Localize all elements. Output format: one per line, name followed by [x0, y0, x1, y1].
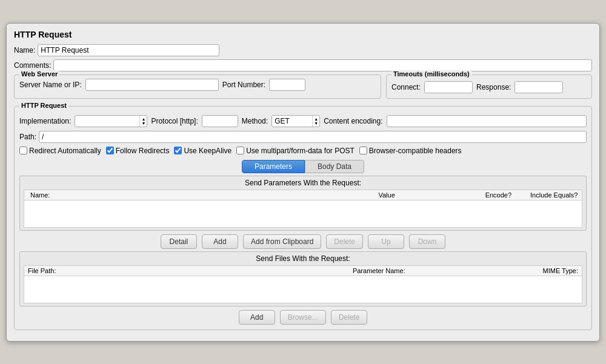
- follow-redirects-item: Follow Redirects: [106, 147, 170, 155]
- tab-body-data[interactable]: Body Data: [305, 160, 364, 173]
- table-row: [24, 200, 582, 227]
- follow-redirects-checkbox[interactable]: [106, 147, 114, 154]
- name-input[interactable]: [38, 44, 219, 56]
- redirect-auto-checkbox[interactable]: [19, 147, 27, 154]
- multipart-item: Use multipart/form-data for POST: [236, 147, 355, 155]
- main-window: HTTP Request Name: Comments: Web Server …: [6, 23, 600, 342]
- impl-label: Implementation:: [19, 117, 71, 125]
- impl-row: Implementation: ▲ ▼ Protocol [http]: Met…: [19, 115, 587, 127]
- browser-headers-label: Browser-compatible headers: [369, 147, 462, 155]
- window-title: HTTP Request: [14, 30, 592, 39]
- server-name-input[interactable]: [85, 79, 219, 91]
- path-input[interactable]: [39, 131, 587, 143]
- implementation-spinner[interactable]: ▲ ▼: [75, 115, 147, 127]
- method-label: Method:: [242, 117, 268, 125]
- web-server-group: Web Server Server Name or IP: Port Numbe…: [14, 74, 381, 99]
- col-include: Include Equals?: [526, 190, 582, 200]
- path-label: Path:: [19, 133, 36, 141]
- follow-redirects-label: Follow Redirects: [116, 147, 170, 155]
- tabs-row: Parameters Body Data: [19, 160, 587, 173]
- encoding-label: Content encoding:: [324, 117, 382, 125]
- col-value: Value: [303, 190, 470, 200]
- multipart-label: Use multipart/form-data for POST: [246, 147, 355, 155]
- web-server-row: Server Name or IP: Port Number:: [19, 79, 376, 91]
- protocol-label: Protocol [http]:: [151, 117, 198, 125]
- method-value: GET: [272, 117, 312, 125]
- browse-button[interactable]: Browse...: [280, 310, 326, 325]
- timeouts-title: Timeouts (milliseconds): [391, 70, 471, 78]
- name-label: Name:: [14, 46, 35, 55]
- path-row: Path:: [19, 131, 587, 143]
- files-section-title: Send Files With the Request:: [24, 254, 582, 263]
- keep-alive-label: Use KeepAlive: [184, 147, 231, 155]
- port-input[interactable]: [269, 79, 305, 91]
- detail-button[interactable]: Detail: [161, 234, 197, 249]
- method-spinner[interactable]: GET ▲ ▼: [271, 115, 320, 127]
- port-label: Port Number:: [222, 81, 265, 89]
- params-table: Name: Value Encode? Include Equals?: [24, 190, 582, 228]
- params-section-title: Send Parameters With the Request:: [24, 179, 582, 187]
- col-file-path: File Path:: [24, 265, 168, 276]
- col-encode: Encode?: [470, 190, 526, 200]
- keep-alive-item: Use KeepAlive: [174, 147, 231, 155]
- comments-row: Comments:: [14, 59, 592, 71]
- keep-alive-checkbox[interactable]: [174, 147, 182, 154]
- redirect-auto-label: Redirect Automatically: [29, 147, 101, 155]
- timeouts-row: Connect: Response:: [391, 81, 587, 93]
- impl-spinner-arrows[interactable]: ▲ ▼: [139, 116, 147, 127]
- up-button[interactable]: Up: [368, 234, 404, 249]
- file-action-buttons: Add Browse... Delete: [19, 310, 587, 325]
- parameters-section: Send Parameters With the Request: Name: …: [19, 176, 587, 231]
- web-server-title: Web Server: [19, 70, 59, 78]
- browser-headers-checkbox[interactable]: [359, 147, 367, 154]
- checkbox-row: Redirect Automatically Follow Redirects …: [19, 147, 587, 155]
- browser-headers-item: Browser-compatible headers: [359, 147, 462, 155]
- method-spinner-arrows[interactable]: ▲ ▼: [312, 116, 319, 127]
- files-table: File Path: Parameter Name: MIME Type:: [24, 265, 582, 303]
- name-row: Name:: [14, 44, 592, 56]
- col-param-name: Parameter Name:: [168, 265, 409, 276]
- files-table-row: [24, 276, 582, 303]
- top-section: Web Server Server Name or IP: Port Numbe…: [14, 74, 592, 102]
- files-section: Send Files With the Request: File Path: …: [19, 251, 587, 306]
- add-file-button[interactable]: Add: [239, 310, 275, 325]
- down-button[interactable]: Down: [409, 234, 445, 249]
- param-action-buttons: Detail Add Add from Clipboard Delete Up …: [19, 234, 587, 249]
- connect-label: Connect:: [391, 83, 421, 91]
- add-param-button[interactable]: Add: [202, 234, 238, 249]
- delete-param-button[interactable]: Delete: [326, 234, 363, 249]
- encoding-input[interactable]: [387, 115, 587, 127]
- server-name-label: Server Name or IP:: [19, 81, 82, 89]
- multipart-checkbox[interactable]: [236, 147, 244, 154]
- comments-input[interactable]: [53, 59, 592, 71]
- delete-file-button[interactable]: Delete: [331, 310, 368, 325]
- connect-input[interactable]: [424, 81, 473, 93]
- response-label: Response:: [476, 83, 511, 91]
- redirect-auto-item: Redirect Automatically: [19, 147, 101, 155]
- response-input[interactable]: [514, 81, 563, 93]
- http-request-group-title: HTTP Request: [19, 102, 68, 109]
- tab-parameters[interactable]: Parameters: [242, 160, 305, 173]
- protocol-input[interactable]: [202, 115, 238, 127]
- http-request-group: HTTP Request Implementation: ▲ ▼ Protoco…: [14, 106, 592, 330]
- timeouts-group: Timeouts (milliseconds) Connect: Respons…: [386, 74, 592, 99]
- col-mime-type: MIME Type:: [409, 265, 582, 276]
- comments-label: Comments:: [14, 61, 51, 70]
- col-name: Name:: [24, 190, 304, 200]
- add-clipboard-button[interactable]: Add from Clipboard: [243, 234, 321, 249]
